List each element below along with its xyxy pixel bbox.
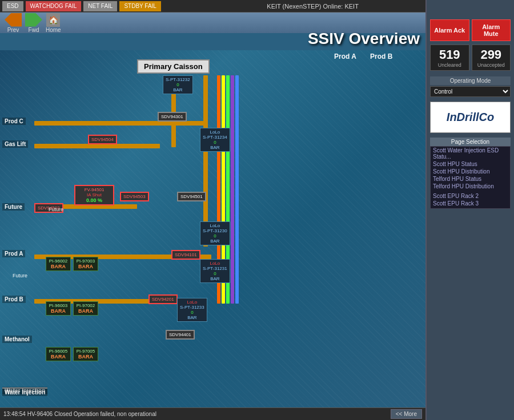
page-selection-item[interactable]: Telford EPU [431, 207, 510, 209]
sensor-spt31233-val: 0 [180, 310, 204, 315]
sensor-spt31231-id: S-PT-31231 [203, 266, 227, 271]
sensor-spt31231[interactable]: LoLo S-PT-31231 0 BAR [200, 259, 230, 283]
future-label-1: Future [49, 207, 63, 212]
page-selection-item[interactable]: Scott HPU Distribution [431, 168, 510, 175]
sensor-spt31232-val: 0 [166, 82, 190, 87]
sensor-spt31231-lolo: LoLo [203, 261, 227, 266]
op-mode-select[interactable]: Control [430, 86, 511, 97]
pi-96005-box: PI-96005 BARA [46, 347, 71, 361]
sensor-spt31231-unit: BAR [203, 276, 227, 281]
sdv94201-id: SDV94201 [152, 297, 174, 302]
uncleared-number: 519 [432, 47, 468, 62]
op-mode-label: Operating Mode [430, 76, 511, 85]
sdv94503-id: SDV94503 [123, 194, 146, 199]
status-bar: 13:48:54 HV-96406 Closed Operation faile… [0, 407, 425, 420]
sensor-spt31234-id: LoLoS-PT-31234 [203, 130, 227, 140]
pi-97005-id: PI-97005 [76, 349, 95, 354]
sensor-spt31234[interactable]: LoLoS-PT-31234 0 BAR [200, 128, 230, 152]
sdv94501-box[interactable]: SDV94501 [177, 192, 206, 201]
fwd-nav[interactable]: Fwd [25, 13, 42, 33]
sdv94301-id: SDV94301 [161, 114, 183, 119]
alarm-mute-button[interactable]: Alarm Mute [472, 19, 511, 41]
gas-lift-label: Gas Lift [2, 140, 28, 148]
pi-96002-val: BARA [49, 264, 68, 269]
topbar-center-text: KEIT (NexenSTEP) Online: KEIT [163, 3, 462, 10]
uncleared-label: Uncleared [432, 62, 468, 68]
future-label-2: Future [13, 273, 27, 278]
unaccepted-counter: 299 Unaccepted [472, 45, 511, 71]
page-selection-item[interactable]: Scott EPU Rack 2 [431, 192, 510, 200]
prod-b-section-label: Prod B [2, 296, 26, 303]
more-button[interactable]: << More [391, 409, 422, 419]
sensor-spt31230[interactable]: LoLoS-PT-31230 0 BAR [200, 221, 230, 245]
pipe-top-h [34, 121, 206, 126]
page-selection-list[interactable]: Scott Water Injection ESD Statu...Scott … [430, 146, 511, 209]
sdv94401-id: SDV94401 [169, 332, 191, 337]
sensor-spt31234-unit: BAR [203, 145, 227, 150]
pi-97003-box: PI-97003 BARA [73, 257, 98, 271]
prod-b-header: Prod B [370, 52, 392, 60]
main-content: Prev Fwd 🏠 Home SSIV Overview Primary Ca… [0, 13, 425, 407]
sdv94101-id: SDV94101 [175, 252, 197, 257]
esd-button[interactable]: ESD [2, 1, 23, 11]
pi-96003-val: BARA [49, 308, 68, 314]
page-selection-item[interactable]: Telford HPU Status [431, 175, 510, 183]
company-logo: InDrillCo [447, 111, 494, 124]
sensor-spt31232-id: S-PT-31232 [166, 77, 190, 82]
alarm-ack-button[interactable]: Alarm Ack [430, 19, 469, 41]
sensor-spt31230-id: LoLoS-PT-31230 [203, 223, 227, 233]
future1-label: Future [2, 203, 25, 211]
sdv94301-box[interactable]: SDV94301 [158, 112, 187, 122]
page-selection-item[interactable]: Scott Water Injection ESD Statu... [431, 147, 510, 160]
caisson-label: Primary Caisson [137, 59, 210, 74]
status-text: 13:48:54 HV-96406 Closed Operation faile… [3, 411, 391, 417]
ssiv-title: SSIV Overview [308, 30, 420, 48]
sdv94504-box[interactable]: SDV94504 [88, 135, 117, 144]
unaccepted-label: Unaccepted [473, 62, 509, 68]
sdv94101-box[interactable]: SDV94101 [171, 250, 200, 260]
fwd-arrow-icon [25, 13, 42, 27]
sensor-spt31231-val: 0 [203, 271, 227, 276]
methanol-label: Methanol [2, 336, 32, 343]
sensor-spt31233-unit: BAR [180, 315, 204, 320]
uncleared-counter: 519 Uncleared [430, 45, 469, 71]
pi-96003-id: PI-96003 [49, 303, 68, 308]
page-selection-item[interactable]: Scott HPU Status [431, 160, 510, 168]
sdv94201-box[interactable]: SDV94201 [148, 294, 178, 304]
fv94501-box[interactable]: FV-94501 IA Shut 0.00 % [74, 185, 114, 205]
watchdog-button[interactable]: WATCHDOG FAIL [26, 1, 82, 11]
sensor-spt31233[interactable]: LoLo S-PT-31233 0 BAR [177, 298, 207, 322]
home-icon: 🏠 [46, 13, 60, 27]
sensor-spt31233-lolo: LoLo [180, 300, 204, 305]
sdv94501-id: SDV94501 [180, 194, 203, 199]
sensor-spt31232[interactable]: S-PT-31232 0 BAR [163, 75, 193, 94]
pi-96003-box: PI-96003 BARA [46, 301, 71, 316]
home-nav[interactable]: 🏠 Home [46, 13, 61, 33]
logo-area: InDrillCo [430, 102, 511, 133]
pi-97005-val: BARA [76, 354, 95, 360]
sensor-spt31230-val: 0 [203, 233, 227, 239]
pi-97002-val: BARA [76, 308, 95, 314]
page-selection-item[interactable]: Scott EPU Rack 3 [431, 200, 510, 207]
sdv94401-box[interactable]: SDV94401 [166, 330, 195, 340]
sensor-spt31234-val: 0 [203, 140, 227, 145]
pi-97002-id: PI-97002 [76, 303, 95, 308]
pi-96002-box: PI-96002 BARA [46, 257, 71, 271]
prev-nav[interactable]: Prev [5, 13, 22, 33]
page-selection: Page Selection Scott Water Injection ESD… [430, 138, 511, 209]
ssiv-diagram: Primary Caisson Prod A Prod B Prod C Gas… [0, 50, 425, 407]
sdv94504-id: SDV94504 [91, 137, 114, 142]
net-fail-button[interactable]: NET FAIL [83, 1, 117, 11]
sdv94503-box[interactable]: SDV94503 [120, 192, 149, 201]
water-injection-bar: Water Injection [2, 387, 47, 396]
pi-97003-val: BARA [76, 264, 95, 269]
pi-97003-id: PI-97003 [76, 259, 95, 264]
pi-97002-box: PI-97002 BARA [73, 301, 98, 316]
page-selection-item[interactable]: Telford HPU Distribution [431, 183, 510, 190]
pi-96002-id: PI-96002 [49, 259, 68, 264]
fv94501-val: 0.00 % [78, 197, 111, 203]
pipe-purple-v [231, 75, 234, 304]
stdby-fail-button[interactable]: STDBY FAIL [119, 1, 161, 11]
operating-mode: Operating Mode Control [427, 74, 514, 99]
prod-a-section-label: Prod A [2, 250, 25, 257]
